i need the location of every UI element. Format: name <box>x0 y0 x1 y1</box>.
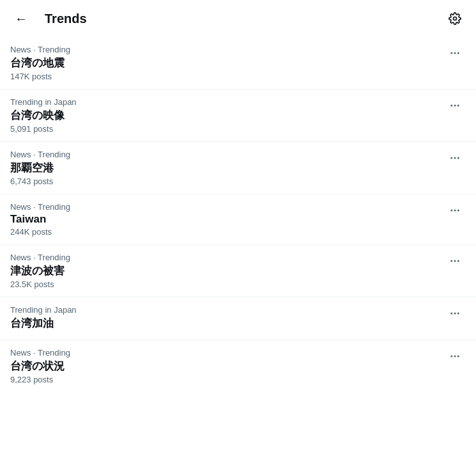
svg-point-2 <box>454 52 456 54</box>
more-options-button[interactable] <box>444 42 466 64</box>
back-button[interactable]: ← <box>10 8 32 29</box>
more-options-button[interactable] <box>444 95 466 116</box>
ellipsis-icon <box>449 255 461 267</box>
ellipsis-icon <box>449 47 461 59</box>
trend-name: 台湾加油 <box>10 316 439 331</box>
more-options-button[interactable] <box>444 303 466 324</box>
svg-point-14 <box>454 260 456 262</box>
trend-item[interactable]: News · Trending津波の被害23.5K posts <box>0 245 476 297</box>
trend-content: News · Trending那覇空港6,743 posts <box>10 150 439 186</box>
svg-point-5 <box>454 105 456 107</box>
trend-posts: 147K posts <box>10 72 439 81</box>
trend-posts: 23.5K posts <box>10 279 439 289</box>
svg-point-20 <box>454 356 456 358</box>
trend-content: Trending in Japan台湾加油 <box>10 305 439 332</box>
trend-name: 津波の被害 <box>10 264 439 278</box>
header: ← Trends <box>0 0 476 37</box>
trend-category: News · Trending <box>10 202 439 212</box>
svg-point-10 <box>450 210 452 212</box>
trend-posts: 5,091 posts <box>10 124 439 134</box>
trend-content: News · Trending台湾の地震147K posts <box>10 45 439 81</box>
gear-icon <box>449 12 461 25</box>
trend-category: News · Trending <box>10 45 439 54</box>
ellipsis-icon <box>449 152 461 164</box>
ellipsis-icon <box>449 205 461 216</box>
trend-category: News · Trending <box>10 348 439 358</box>
svg-point-8 <box>454 157 456 159</box>
trend-item[interactable]: Trending in Japan台湾の映像5,091 posts <box>0 90 476 141</box>
trend-item[interactable]: News · Trending台湾の地震147K posts <box>0 37 476 89</box>
page-container: ← Trends News · Trending台湾の地震147K postsT… <box>0 0 476 392</box>
svg-point-19 <box>450 356 452 358</box>
svg-point-0 <box>454 17 457 20</box>
more-options-button[interactable] <box>444 250 466 272</box>
trend-item[interactable]: News · TrendingTaiwan244K posts <box>0 194 476 244</box>
svg-point-9 <box>457 157 459 159</box>
trend-posts: 6,743 posts <box>10 177 439 186</box>
svg-point-18 <box>457 313 459 315</box>
ellipsis-icon <box>449 308 461 319</box>
trend-name: 那覇空港 <box>10 161 439 175</box>
svg-point-3 <box>457 52 459 54</box>
more-options-button[interactable] <box>444 345 466 367</box>
svg-point-17 <box>454 313 456 315</box>
trend-category: Trending in Japan <box>10 305 439 315</box>
svg-point-1 <box>450 52 452 54</box>
settings-button[interactable] <box>444 8 466 29</box>
trend-content: News · Trending津波の被害23.5K posts <box>10 253 439 289</box>
trend-posts: 244K posts <box>10 227 439 237</box>
svg-point-12 <box>457 210 459 212</box>
trend-posts: 9,223 posts <box>10 375 439 384</box>
trend-category: Trending in Japan <box>10 97 439 107</box>
trend-item[interactable]: News · Trending台湾の状況9,223 posts <box>0 340 476 392</box>
trend-content: News · Trending台湾の状況9,223 posts <box>10 348 439 384</box>
more-options-button[interactable] <box>444 200 466 221</box>
svg-point-4 <box>450 105 452 107</box>
svg-point-13 <box>450 260 452 262</box>
trend-item[interactable]: Trending in Japan台湾加油 <box>0 297 476 340</box>
header-left: ← Trends <box>10 8 87 29</box>
more-options-button[interactable] <box>444 147 466 169</box>
trend-content: News · TrendingTaiwan244K posts <box>10 202 439 237</box>
ellipsis-icon <box>449 100 461 111</box>
trend-name: Taiwan <box>10 213 439 226</box>
svg-point-15 <box>457 260 459 262</box>
svg-point-6 <box>457 105 459 107</box>
trend-name: 台湾の映像 <box>10 108 439 123</box>
trend-item[interactable]: News · Trending那覇空港6,743 posts <box>0 142 476 194</box>
svg-point-7 <box>450 157 452 159</box>
trend-content: Trending in Japan台湾の映像5,091 posts <box>10 97 439 134</box>
trend-name: 台湾の状況 <box>10 359 439 374</box>
trend-category: News · Trending <box>10 150 439 159</box>
ellipsis-icon <box>449 350 461 362</box>
back-arrow-icon: ← <box>15 12 27 26</box>
svg-point-21 <box>457 356 459 358</box>
svg-point-11 <box>454 210 456 212</box>
trend-name: 台湾の地震 <box>10 56 439 70</box>
trend-category: News · Trending <box>10 253 439 262</box>
page-title: Trends <box>45 12 87 26</box>
svg-point-16 <box>450 313 452 315</box>
trend-list: News · Trending台湾の地震147K postsTrending i… <box>0 37 476 392</box>
